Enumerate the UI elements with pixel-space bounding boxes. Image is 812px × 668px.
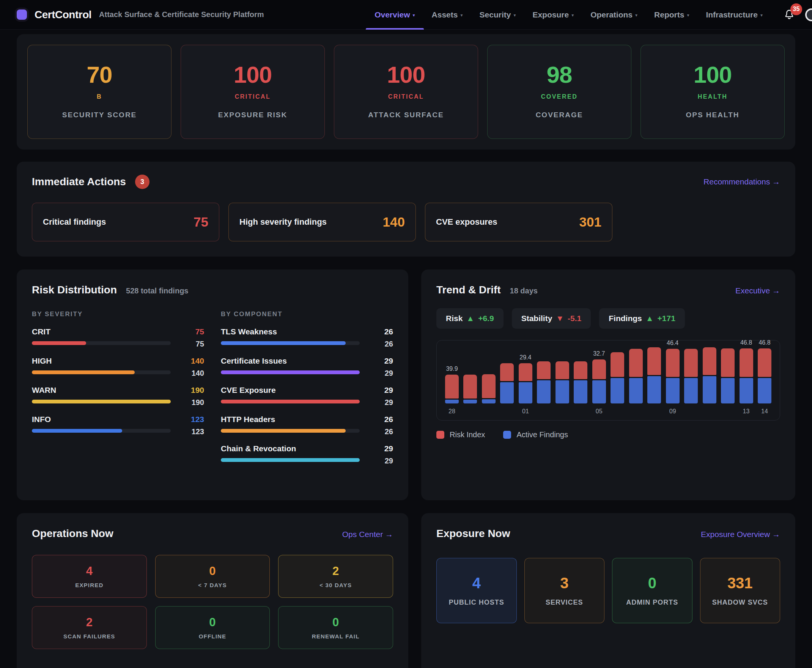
nav-item[interactable]: Reports ▾ [654, 0, 689, 30]
trend-bar-value-label: 32.7 [593, 350, 605, 357]
risk-index-segment [721, 348, 735, 377]
risk-distribution-panel: Risk Distribution 528 total findings BY … [17, 269, 408, 500]
nav-item[interactable]: Assets ▾ [432, 0, 463, 30]
kpi-grade-label: HEALTH [698, 94, 728, 100]
component-subvalue: 29 [366, 457, 393, 465]
active-findings-segment [703, 376, 716, 404]
operations-tile[interactable]: 4 EXPIRED [32, 555, 147, 598]
exposure-title: Exposure Now [436, 528, 510, 540]
nav-item[interactable]: Security ▾ [480, 0, 516, 30]
risk-index-segment [463, 375, 477, 399]
legend-swatch-icon [436, 431, 444, 439]
active-findings-segment [610, 378, 624, 404]
nav-item-label: Reports [654, 10, 684, 19]
risk-index-segment [592, 359, 606, 379]
component-label: CVE Exposure [221, 386, 360, 395]
exposure-tile[interactable]: 3 SERVICES [524, 558, 605, 623]
operations-title: Operations Now [32, 528, 113, 540]
action-item[interactable]: Critical findings 75 [32, 203, 219, 241]
trend-bar-col: 46.813 [740, 347, 753, 404]
component-column: BY COMPONENT TLS Weakness 26 26 [221, 299, 393, 473]
nav-item[interactable]: Infrastructure ▾ [706, 0, 763, 30]
risk-index-segment [537, 361, 550, 379]
exposure-now-panel: Exposure Now Exposure Overview → 4 PUBLI… [421, 513, 795, 668]
active-findings-segment [500, 382, 514, 404]
notification-count-badge: 35 [790, 3, 802, 15]
operations-tiles: 4 EXPIRED 0 < 7 DAYS 2 < 30 DAYS 2 [32, 555, 393, 649]
operations-tile[interactable]: 2 < 30 DAYS [278, 555, 393, 598]
exposure-tile[interactable]: 0 ADMIN PORTS [612, 558, 692, 623]
active-findings-segment [647, 376, 661, 404]
component-heading: BY COMPONENT [221, 311, 393, 318]
kpi-card: 100 CRITICAL ATTACK SURFACE [334, 45, 478, 139]
severity-row: HIGH 140 140 [32, 356, 204, 377]
trend-bar-col: 32.705 [592, 347, 606, 404]
component-bar-track [221, 371, 360, 374]
trend-bar-value-label: 39.9 [446, 366, 458, 372]
kpi-grade-label: B [97, 94, 102, 100]
severity-row: CRIT 75 75 [32, 327, 204, 348]
component-bar-fill [221, 400, 360, 404]
trend-bar-col: 39.928 [445, 347, 459, 404]
active-findings-segment [758, 378, 771, 404]
immediate-actions-header: Immediate Actions 3 Recommendations → [32, 175, 780, 189]
exposure-tile[interactable]: 331 SHADOW SVCS [700, 558, 780, 623]
severity-value: 140 [177, 356, 204, 366]
operations-tile-label: RENEWAL FAIL [312, 633, 360, 640]
action-item[interactable]: CVE exposures 301 [425, 203, 612, 241]
component-value: 29 [366, 444, 393, 453]
trend-chips: Risk ▲ +6.9 Stability ▼ -5.1 Findings ▲ … [436, 308, 780, 329]
component-bar-track [221, 400, 360, 404]
trend-header: Trend & Drift 18 days Executive → [436, 284, 780, 296]
exposure-tile-value: 0 [648, 574, 657, 592]
nav-item[interactable]: Exposure ▾ [532, 0, 574, 30]
operations-tile-label: OFFLINE [199, 633, 227, 640]
severity-bar-fill [32, 371, 135, 374]
operations-tile-value: 4 [86, 564, 93, 578]
component-bar-track [221, 429, 360, 433]
chevron-down-icon: ▾ [635, 13, 637, 18]
nav-item[interactable]: Overview ▾ [375, 0, 415, 30]
exposure-overview-link[interactable]: Exposure Overview → [701, 530, 780, 539]
exposure-tile-label: ADMIN PORTS [626, 598, 678, 606]
kpi-metric-label: SECURITY SCORE [62, 111, 137, 119]
active-findings-segment [463, 400, 477, 404]
operations-tile[interactable]: 0 RENEWAL FAIL [278, 606, 393, 649]
operations-tile[interactable]: 0 < 7 DAYS [155, 555, 270, 598]
avatar[interactable] [805, 8, 812, 21]
trend-range-label: 18 days [510, 287, 538, 295]
component-label: Certificate Issues [221, 356, 360, 366]
risk-index-segment [740, 348, 753, 377]
trend-bar-col [574, 347, 587, 404]
nav-item[interactable]: Operations ▾ [590, 0, 637, 30]
trend-chip-value: -5.1 [568, 314, 581, 323]
executive-link[interactable]: Executive → [735, 286, 780, 295]
exposure-tile[interactable]: 4 PUBLIC HOSTS [436, 558, 517, 623]
component-row: TLS Weakness 26 26 [221, 327, 393, 348]
risk-distribution-columns: BY SEVERITY CRIT 75 75 [32, 299, 393, 473]
chevron-down-icon: ▾ [514, 13, 516, 18]
trend-bar-col [610, 347, 624, 404]
exposure-tile-label: SERVICES [546, 598, 583, 606]
action-item[interactable]: High severity findings 140 [228, 203, 416, 241]
ops-center-link[interactable]: Ops Center → [342, 530, 393, 539]
active-findings-segment [574, 380, 587, 404]
main-nav: Overview ▾ Assets ▾ Security ▾ Exposure … [375, 0, 763, 30]
severity-value: 123 [177, 415, 204, 424]
operations-tile[interactable]: 2 SCAN FAILURES [32, 606, 147, 649]
component-value: 29 [366, 386, 393, 395]
kpi-row: 70 B SECURITY SCORE 100 CRITICAL EXPOSUR… [27, 45, 785, 139]
trend-bar-col: 46.814 [758, 347, 771, 404]
immediate-actions-list: Critical findings 75 High severity findi… [32, 203, 780, 241]
notifications-button[interactable]: 35 [783, 9, 795, 21]
exposure-tile-label: SHADOW SVCS [712, 598, 768, 606]
action-item-label: Critical findings [43, 217, 106, 227]
operations-tile[interactable]: 0 OFFLINE [155, 606, 270, 649]
component-bar-fill [221, 458, 360, 462]
kpi-value: 70 [87, 61, 112, 88]
exposure-tile-value: 331 [727, 574, 753, 592]
chevron-down-icon: ▾ [413, 13, 415, 18]
recommendations-link[interactable]: Recommendations → [704, 177, 780, 186]
trend-bar-value-label: 29.4 [519, 354, 531, 361]
trend-legend: Risk Index Active Findings [436, 431, 780, 439]
